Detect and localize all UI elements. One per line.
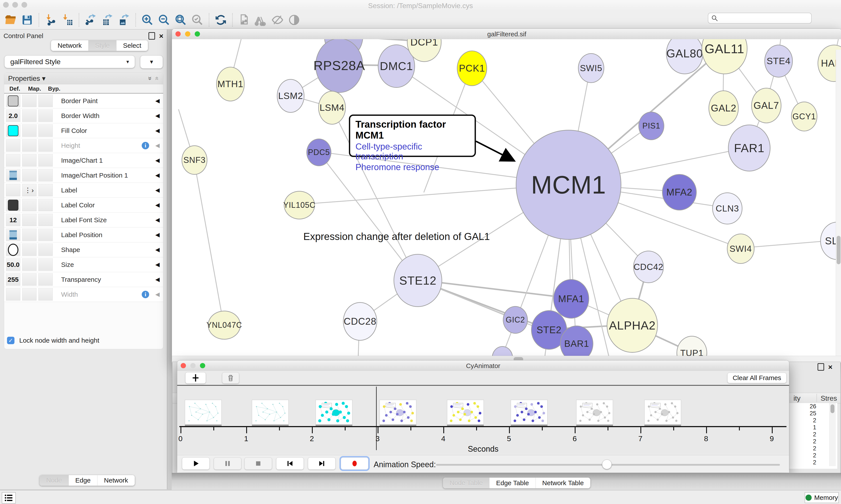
map-cell-label[interactable]: ⋮› [22, 184, 37, 196]
node-MFA1[interactable]: MFA1 [553, 279, 589, 319]
expand-arrow-icon[interactable]: ◀ [155, 246, 160, 253]
def-cell-image-chart-position-1[interactable] [6, 169, 20, 181]
property-row-label-color[interactable]: Label Color◀ [4, 198, 163, 213]
cyanimator-titlebar[interactable]: CyAnimator [177, 360, 789, 371]
close-panel-icon[interactable]: × [159, 33, 163, 39]
node-RPS28A[interactable]: RPS28A [315, 39, 363, 93]
node-CDC28[interactable]: CDC28 [343, 302, 377, 341]
prev-button[interactable] [276, 457, 304, 470]
map-cell-shape[interactable] [22, 244, 37, 256]
table-row[interactable]: 2 [790, 452, 829, 459]
node-PDC5[interactable]: PDC5 [306, 139, 332, 166]
expand-arrow-icon[interactable]: ◀ [155, 112, 160, 119]
byp-cell-border-width[interactable] [38, 109, 53, 122]
node-GCY1[interactable]: GCY1 [791, 102, 817, 131]
table-row[interactable]: 1 [790, 424, 829, 431]
node-MCM1[interactable]: MCM1 [516, 130, 621, 240]
expand-arrow-icon[interactable]: ◀ [155, 291, 160, 298]
def-cell-width[interactable] [6, 288, 20, 301]
clear-all-frames-button[interactable]: Clear All Frames [727, 373, 786, 383]
node-MFA2[interactable]: MFA2 [662, 174, 697, 211]
node-STE12[interactable]: STE12 [394, 254, 442, 307]
annotation-link-1[interactable]: Cell-type-specific transcription [355, 142, 469, 161]
byp-cell-width[interactable] [38, 288, 53, 301]
tab-node[interactable]: Node [40, 475, 69, 486]
add-frame-button[interactable] [185, 372, 206, 383]
expand-arrow-icon[interactable]: ◀ [155, 187, 160, 194]
byp-cell-label-position[interactable] [38, 229, 53, 241]
map-cell-height[interactable] [22, 139, 37, 152]
tab-select[interactable]: Select [117, 40, 148, 51]
def-cell-label-font-size[interactable]: 12 [6, 214, 20, 226]
map-cell-border-width[interactable] [22, 109, 37, 122]
tab-network[interactable]: Network [97, 475, 135, 486]
annotation-box[interactable]: Transcription factor MCM1 Cell-type-spec… [349, 114, 476, 157]
node-ALPHA2[interactable]: ALPHA2 [607, 298, 658, 353]
property-row-border-width[interactable]: 2.0Border Width◀ [4, 108, 163, 123]
color-swatch[interactable] [8, 200, 18, 211]
def-cell-fill-color[interactable] [6, 124, 20, 137]
style-selector[interactable]: galFiltered Style ▾ [4, 55, 135, 68]
table-row[interactable]: 25 [790, 410, 829, 417]
map-cell-image-chart-1[interactable] [22, 154, 37, 167]
zoom-fit-button[interactable] [174, 13, 188, 27]
close-panel-icon[interactable]: × [828, 364, 833, 370]
property-row-width[interactable]: Widthi◀ [4, 287, 163, 302]
property-row-image-chart-1[interactable]: Image/Chart 1◀ [4, 153, 163, 168]
node-MTH1[interactable]: MTH1 [216, 67, 245, 101]
search-network-button[interactable] [254, 13, 268, 27]
byp-cell-image-chart-position-1[interactable] [38, 169, 53, 181]
table-row[interactable]: 2 [790, 431, 829, 438]
frame-thumbnail-8[interactable] [644, 400, 681, 426]
annotation-link-2[interactable]: Pheromone response [355, 162, 469, 172]
def-cell-size[interactable]: 50.0 [6, 258, 20, 271]
property-row-image-chart-position-1[interactable]: Image/Chart Position 1◀ [4, 168, 163, 183]
tab-node-table[interactable]: Node Table [443, 478, 489, 488]
import-table-button[interactable] [60, 13, 74, 27]
node-SNF3[interactable]: SNF3 [182, 145, 208, 175]
byp-cell-height[interactable] [38, 139, 53, 152]
record-button[interactable] [341, 457, 369, 470]
search-input[interactable] [718, 15, 803, 22]
property-row-fill-color[interactable]: Fill Color◀ [4, 123, 163, 138]
property-row-transparency[interactable]: 255Transparency◀ [4, 272, 163, 287]
network-canvas[interactable]: RPS28ADMC1DCP1PCK1SWI5GAL80GAL11STE4HAP2… [172, 39, 841, 356]
def-cell-label-color[interactable] [6, 199, 20, 211]
play-button[interactable] [182, 457, 210, 470]
expand-arrow-icon[interactable]: ◀ [155, 142, 160, 149]
byp-cell-shape[interactable] [38, 244, 53, 256]
expand-arrow-icon[interactable]: ◀ [155, 261, 160, 268]
style-options-button[interactable]: ▼ [140, 55, 163, 69]
frame-thumbnail-6[interactable] [511, 400, 548, 426]
frame-thumbnail-5[interactable] [447, 400, 484, 426]
node-CLN3[interactable]: CLN3 [712, 193, 742, 224]
table-row[interactable]: 2 [790, 438, 829, 445]
animation-speed-thumb[interactable] [602, 460, 612, 469]
memory-button[interactable]: Memory [805, 492, 839, 503]
byp-cell-label-font-size[interactable] [38, 214, 53, 226]
def-cell-label-position[interactable] [6, 229, 20, 241]
color-swatch[interactable] [8, 125, 18, 136]
expand-arrow-icon[interactable]: ◀ [155, 97, 160, 104]
refresh-layout-button[interactable] [214, 13, 228, 27]
def-cell-height[interactable] [6, 139, 20, 152]
float-panel-icon[interactable] [818, 363, 824, 371]
hide-selected-button[interactable] [270, 13, 285, 27]
node-GIC2[interactable]: GIC2 [503, 306, 528, 334]
property-row-height[interactable]: Heighti◀ [4, 138, 163, 153]
node-PCK1[interactable]: PCK1 [457, 51, 487, 86]
expand-arrow-icon[interactable]: ◀ [155, 217, 160, 223]
property-row-border-paint[interactable]: Border Paint◀ [4, 93, 163, 108]
table-row[interactable]: 2 [790, 445, 829, 452]
def-cell-border-width[interactable]: 2.0 [6, 109, 20, 122]
table-row[interactable]: 2 [790, 417, 829, 424]
tab-network-table[interactable]: Network Table [536, 478, 590, 488]
def-cell-label[interactable] [6, 184, 20, 196]
property-row-label-font-size[interactable]: 12Label Font Size◀ [4, 213, 163, 228]
node-STE4[interactable]: STE4 [764, 45, 793, 77]
property-row-label-position[interactable]: Label Position◀ [4, 228, 163, 242]
info-icon[interactable]: i [142, 142, 149, 149]
map-cell-border-paint[interactable] [22, 94, 37, 107]
properties-header[interactable]: Properties ▾ » « [4, 73, 163, 84]
byp-cell-border-paint[interactable] [38, 94, 53, 107]
